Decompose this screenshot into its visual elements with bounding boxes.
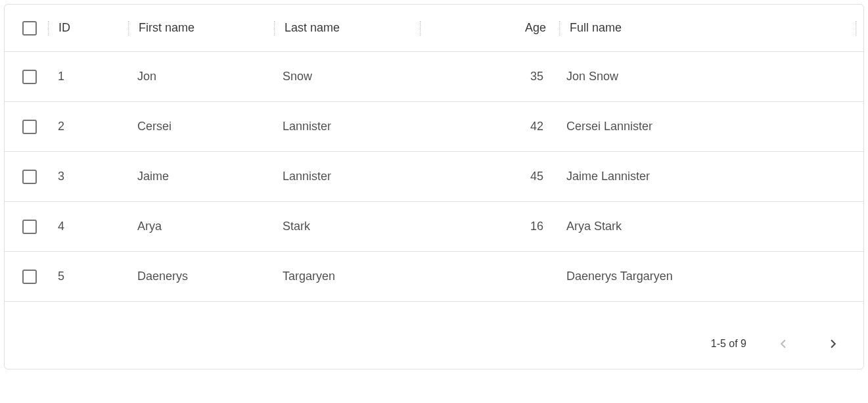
pagination-next-button[interactable] (820, 331, 846, 357)
cell-full-name: Arya Stark (557, 220, 856, 233)
cell-value: Jaime (137, 170, 169, 183)
cell-value: Lannister (283, 120, 331, 133)
cell-full-name: Jaime Lannister (557, 170, 856, 183)
cell-age: 35 (419, 70, 557, 83)
column-header-full-name[interactable]: Full name (560, 21, 856, 35)
chevron-right-icon (825, 335, 842, 352)
pagination-prev-button[interactable] (770, 331, 796, 357)
table-row[interactable]: 5DaenerysTargaryenDaenerys Targaryen (5, 252, 863, 302)
cell-age: 42 (419, 120, 557, 133)
cell-value: 5 (58, 270, 64, 283)
cell-value: Cersei (137, 120, 171, 133)
data-grid: ID First name Last name Age Full name 1J… (4, 4, 864, 369)
row-checkbox-cell (11, 270, 48, 284)
cell-value: Jon Snow (566, 70, 618, 83)
cell-id: 5 (49, 270, 127, 283)
cell-value: 1 (58, 70, 64, 83)
column-label: Age (525, 21, 546, 35)
column-label: Full name (570, 21, 622, 35)
cell-age: 45 (419, 170, 557, 183)
row-checkbox-cell (11, 220, 48, 234)
row-checkbox[interactable] (22, 120, 37, 134)
column-header-id[interactable]: ID (49, 21, 128, 35)
column-resize-handle[interactable] (856, 21, 857, 36)
cell-value: 35 (530, 70, 543, 83)
table-row[interactable]: 1JonSnow35Jon Snow (5, 52, 863, 102)
chevron-left-icon (775, 335, 792, 352)
cell-value: 45 (530, 170, 543, 183)
row-checkbox-cell (11, 70, 48, 84)
cell-full-name: Daenerys Targaryen (557, 270, 856, 283)
cell-age: 16 (419, 220, 557, 233)
grid-spacer (5, 302, 863, 321)
cell-id: 3 (49, 170, 127, 183)
column-header-first-name[interactable]: First name (129, 21, 274, 35)
header-checkbox-cell (11, 21, 48, 36)
row-checkbox[interactable] (22, 70, 37, 84)
table-row[interactable]: 4AryaStark16Arya Stark (5, 202, 863, 252)
cell-last-name: Lannister (273, 120, 418, 133)
cell-last-name: Lannister (273, 170, 418, 183)
row-checkbox-cell (11, 120, 48, 134)
cell-last-name: Targaryen (273, 270, 418, 283)
cell-first-name: Arya (128, 220, 273, 233)
pagination-label: 1-5 of 9 (711, 338, 746, 350)
cell-value: 4 (58, 220, 64, 233)
row-checkbox[interactable] (22, 170, 37, 184)
row-checkbox-cell (11, 170, 48, 184)
cell-last-name: Stark (273, 220, 418, 233)
cell-value: Cersei Lannister (566, 120, 652, 133)
cell-value: Jon (137, 70, 156, 83)
row-checkbox[interactable] (22, 270, 37, 284)
table-row[interactable]: 2CerseiLannister42Cersei Lannister (5, 102, 863, 152)
row-checkbox[interactable] (22, 220, 37, 234)
column-label: Last name (285, 21, 340, 35)
pagination-bar: 1-5 of 9 (5, 321, 863, 369)
column-header-last-name[interactable]: Last name (275, 21, 420, 35)
cell-id: 4 (49, 220, 127, 233)
cell-first-name: Daenerys (128, 270, 273, 283)
cell-value: 2 (58, 120, 64, 133)
cell-value: Jaime Lannister (566, 170, 650, 183)
cell-value: 16 (530, 220, 543, 233)
cell-value: 3 (58, 170, 64, 183)
cell-first-name: Jaime (128, 170, 273, 183)
cell-value: 42 (530, 120, 543, 133)
cell-last-name: Snow (273, 70, 418, 83)
cell-value: Snow (283, 70, 312, 83)
cell-value: Arya Stark (566, 220, 622, 233)
cell-full-name: Cersei Lannister (557, 120, 856, 133)
column-header-age[interactable]: Age (421, 21, 559, 35)
cell-value: Stark (283, 220, 310, 233)
cell-first-name: Cersei (128, 120, 273, 133)
cell-value: Daenerys Targaryen (566, 270, 673, 283)
select-all-checkbox[interactable] (22, 21, 37, 36)
cell-id: 1 (49, 70, 127, 83)
cell-value: Lannister (283, 170, 331, 183)
cell-value: Daenerys (137, 270, 188, 283)
cell-id: 2 (49, 120, 127, 133)
cell-first-name: Jon (128, 70, 273, 83)
table-header-row: ID First name Last name Age Full name (5, 5, 863, 52)
cell-full-name: Jon Snow (557, 70, 856, 83)
column-label: First name (139, 21, 194, 35)
cell-value: Arya (137, 220, 162, 233)
column-label: ID (58, 21, 70, 35)
cell-value: Targaryen (283, 270, 335, 283)
table-row[interactable]: 3JaimeLannister45Jaime Lannister (5, 152, 863, 202)
